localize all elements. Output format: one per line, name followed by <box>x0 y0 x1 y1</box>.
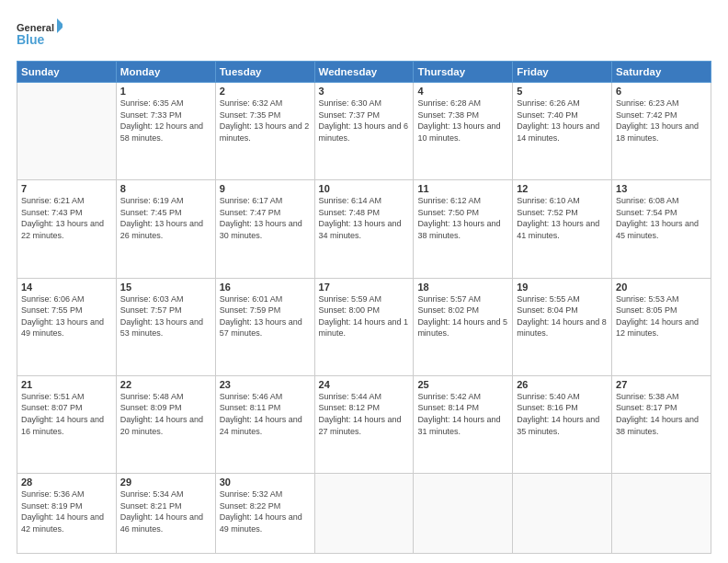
calendar-cell: 11Sunrise: 6:12 AM Sunset: 7:50 PM Dayli… <box>414 180 513 278</box>
day-number: 25 <box>417 379 508 390</box>
day-info: Sunrise: 6:23 AM Sunset: 7:42 PM Dayligh… <box>616 98 707 144</box>
day-number: 9 <box>220 183 311 194</box>
day-number: 11 <box>417 183 508 194</box>
day-number: 18 <box>417 282 508 293</box>
calendar-cell: 3Sunrise: 6:30 AM Sunset: 7:37 PM Daylig… <box>314 83 414 180</box>
weekday-header-saturday: Saturday <box>612 62 711 83</box>
day-number: 22 <box>120 379 211 390</box>
calendar-cell: 20Sunrise: 5:53 AM Sunset: 8:05 PM Dayli… <box>612 278 711 375</box>
calendar-cell: 23Sunrise: 5:46 AM Sunset: 8:11 PM Dayli… <box>215 375 314 473</box>
week-row-4: 21Sunrise: 5:51 AM Sunset: 8:07 PM Dayli… <box>17 375 711 473</box>
page: General Blue SundayMondayTuesdayWednesda… <box>0 0 728 563</box>
day-number: 8 <box>120 183 211 194</box>
day-info: Sunrise: 6:19 AM Sunset: 7:45 PM Dayligh… <box>120 195 211 241</box>
calendar-cell: 15Sunrise: 6:03 AM Sunset: 7:57 PM Dayli… <box>116 278 215 375</box>
day-info: Sunrise: 5:38 AM Sunset: 8:17 PM Dayligh… <box>616 391 707 437</box>
day-number: 7 <box>21 183 112 194</box>
calendar-cell: 21Sunrise: 5:51 AM Sunset: 8:07 PM Dayli… <box>17 375 117 473</box>
calendar-cell: 4Sunrise: 6:28 AM Sunset: 7:38 PM Daylig… <box>414 83 513 180</box>
calendar-cell: 19Sunrise: 5:55 AM Sunset: 8:04 PM Dayli… <box>513 278 612 375</box>
day-info: Sunrise: 5:44 AM Sunset: 8:12 PM Dayligh… <box>319 391 410 437</box>
day-info: Sunrise: 5:57 AM Sunset: 8:02 PM Dayligh… <box>417 293 508 339</box>
day-info: Sunrise: 6:32 AM Sunset: 7:35 PM Dayligh… <box>220 98 311 144</box>
svg-text:Blue: Blue <box>17 32 45 47</box>
day-number: 10 <box>319 183 410 194</box>
day-info: Sunrise: 6:17 AM Sunset: 7:47 PM Dayligh… <box>220 195 311 241</box>
day-number: 28 <box>21 477 112 488</box>
day-info: Sunrise: 6:12 AM Sunset: 7:50 PM Dayligh… <box>417 195 508 241</box>
calendar-cell <box>513 474 612 554</box>
calendar-cell: 5Sunrise: 6:26 AM Sunset: 7:40 PM Daylig… <box>513 83 612 180</box>
day-info: Sunrise: 5:51 AM Sunset: 8:07 PM Dayligh… <box>21 391 112 437</box>
day-number: 4 <box>417 86 508 97</box>
calendar-cell: 18Sunrise: 5:57 AM Sunset: 8:02 PM Dayli… <box>414 278 513 375</box>
calendar-cell: 8Sunrise: 6:19 AM Sunset: 7:45 PM Daylig… <box>116 180 215 278</box>
day-number: 17 <box>319 282 410 293</box>
day-info: Sunrise: 6:14 AM Sunset: 7:48 PM Dayligh… <box>319 195 410 241</box>
calendar-cell: 10Sunrise: 6:14 AM Sunset: 7:48 PM Dayli… <box>314 180 414 278</box>
day-number: 19 <box>517 282 608 293</box>
day-info: Sunrise: 6:30 AM Sunset: 7:37 PM Dayligh… <box>319 98 410 144</box>
calendar-cell <box>17 83 117 180</box>
week-row-5: 28Sunrise: 5:36 AM Sunset: 8:19 PM Dayli… <box>17 474 711 554</box>
day-number: 23 <box>220 379 311 390</box>
day-info: Sunrise: 6:26 AM Sunset: 7:40 PM Dayligh… <box>517 98 608 144</box>
calendar-cell: 13Sunrise: 6:08 AM Sunset: 7:54 PM Dayli… <box>612 180 711 278</box>
day-info: Sunrise: 5:42 AM Sunset: 8:14 PM Dayligh… <box>417 391 508 437</box>
day-info: Sunrise: 6:28 AM Sunset: 7:38 PM Dayligh… <box>417 98 508 144</box>
day-info: Sunrise: 5:32 AM Sunset: 8:22 PM Dayligh… <box>220 488 311 534</box>
day-info: Sunrise: 5:34 AM Sunset: 8:21 PM Dayligh… <box>120 488 211 534</box>
day-number: 6 <box>616 86 707 97</box>
day-info: Sunrise: 6:35 AM Sunset: 7:33 PM Dayligh… <box>120 98 211 144</box>
weekday-header-thursday: Thursday <box>414 62 513 83</box>
week-row-3: 14Sunrise: 6:06 AM Sunset: 7:55 PM Dayli… <box>17 278 711 375</box>
calendar-header: SundayMondayTuesdayWednesdayThursdayFrid… <box>17 62 711 83</box>
weekday-header-tuesday: Tuesday <box>215 62 314 83</box>
logo: General Blue <box>17 17 63 53</box>
weekday-header-wednesday: Wednesday <box>314 62 414 83</box>
day-number: 13 <box>616 183 707 194</box>
day-info: Sunrise: 5:48 AM Sunset: 8:09 PM Dayligh… <box>120 391 211 437</box>
calendar-cell <box>414 474 513 554</box>
calendar-cell: 24Sunrise: 5:44 AM Sunset: 8:12 PM Dayli… <box>314 375 414 473</box>
day-number: 15 <box>120 282 211 293</box>
weekday-header-sunday: Sunday <box>17 62 117 83</box>
week-row-1: 1Sunrise: 6:35 AM Sunset: 7:33 PM Daylig… <box>17 83 711 180</box>
calendar-cell: 7Sunrise: 6:21 AM Sunset: 7:43 PM Daylig… <box>17 180 117 278</box>
calendar-cell: 14Sunrise: 6:06 AM Sunset: 7:55 PM Dayli… <box>17 278 117 375</box>
day-info: Sunrise: 5:59 AM Sunset: 8:00 PM Dayligh… <box>319 293 410 339</box>
week-row-2: 7Sunrise: 6:21 AM Sunset: 7:43 PM Daylig… <box>17 180 711 278</box>
svg-marker-2 <box>57 18 63 33</box>
day-number: 21 <box>21 379 112 390</box>
weekday-row: SundayMondayTuesdayWednesdayThursdayFrid… <box>17 62 711 83</box>
day-info: Sunrise: 6:10 AM Sunset: 7:52 PM Dayligh… <box>517 195 608 241</box>
calendar-cell: 12Sunrise: 6:10 AM Sunset: 7:52 PM Dayli… <box>513 180 612 278</box>
calendar-cell: 26Sunrise: 5:40 AM Sunset: 8:16 PM Dayli… <box>513 375 612 473</box>
day-info: Sunrise: 6:03 AM Sunset: 7:57 PM Dayligh… <box>120 293 211 339</box>
day-number: 5 <box>517 86 608 97</box>
day-number: 2 <box>220 86 311 97</box>
day-number: 14 <box>21 282 112 293</box>
day-info: Sunrise: 5:55 AM Sunset: 8:04 PM Dayligh… <box>517 293 608 339</box>
day-number: 20 <box>616 282 707 293</box>
calendar-cell <box>612 474 711 554</box>
calendar-cell: 22Sunrise: 5:48 AM Sunset: 8:09 PM Dayli… <box>116 375 215 473</box>
calendar-cell: 27Sunrise: 5:38 AM Sunset: 8:17 PM Dayli… <box>612 375 711 473</box>
day-number: 3 <box>319 86 410 97</box>
day-info: Sunrise: 5:36 AM Sunset: 8:19 PM Dayligh… <box>21 488 112 534</box>
calendar-body: 1Sunrise: 6:35 AM Sunset: 7:33 PM Daylig… <box>17 83 711 554</box>
calendar-cell: 9Sunrise: 6:17 AM Sunset: 7:47 PM Daylig… <box>215 180 314 278</box>
day-info: Sunrise: 6:21 AM Sunset: 7:43 PM Dayligh… <box>21 195 112 241</box>
calendar-cell: 29Sunrise: 5:34 AM Sunset: 8:21 PM Dayli… <box>116 474 215 554</box>
day-number: 16 <box>220 282 311 293</box>
day-info: Sunrise: 5:40 AM Sunset: 8:16 PM Dayligh… <box>517 391 608 437</box>
calendar-cell: 28Sunrise: 5:36 AM Sunset: 8:19 PM Dayli… <box>17 474 117 554</box>
calendar-cell: 6Sunrise: 6:23 AM Sunset: 7:42 PM Daylig… <box>612 83 711 180</box>
weekday-header-friday: Friday <box>513 62 612 83</box>
day-info: Sunrise: 5:46 AM Sunset: 8:11 PM Dayligh… <box>220 391 311 437</box>
day-number: 27 <box>616 379 707 390</box>
day-number: 26 <box>517 379 608 390</box>
day-number: 12 <box>517 183 608 194</box>
day-number: 24 <box>319 379 410 390</box>
day-info: Sunrise: 5:53 AM Sunset: 8:05 PM Dayligh… <box>616 293 707 339</box>
